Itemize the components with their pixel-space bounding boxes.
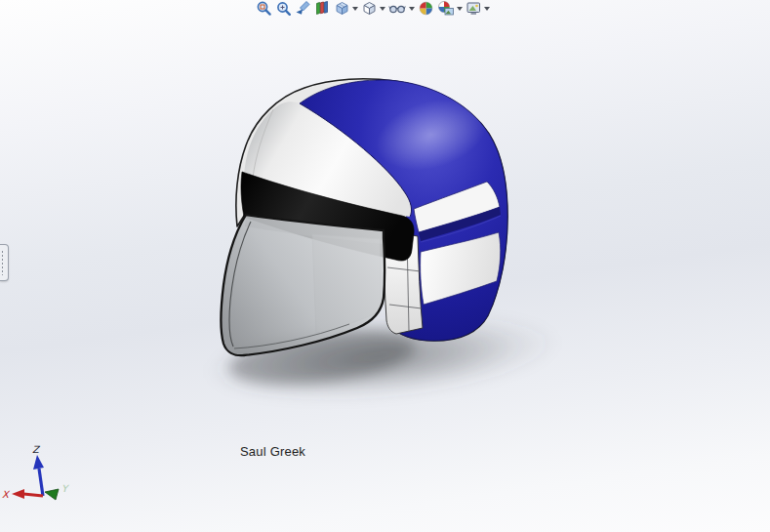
helmet-model[interactable]: [221, 79, 507, 355]
display-style-icon: [361, 0, 378, 17]
hide-show-items-dropdown-arrow[interactable]: [409, 7, 415, 11]
heads-up-view-toolbar: [256, 0, 490, 17]
zoom-to-area-button[interactable]: [275, 0, 292, 17]
zoom-to-area-icon: [275, 0, 292, 17]
edit-appearance-button[interactable]: [418, 0, 434, 17]
view-settings-icon: [466, 0, 482, 17]
triad-z-axis: [39, 469, 43, 496]
viewport-3d[interactable]: [0, 0, 770, 532]
apply-scene-icon: [437, 0, 455, 17]
zoom-to-fit-icon: [256, 0, 272, 17]
triad-x-axis: [23, 494, 43, 496]
view-settings-dropdown-arrow[interactable]: [484, 7, 490, 11]
collapsed-panel-tab[interactable]: [0, 244, 9, 281]
section-view-icon: [314, 0, 331, 17]
triad-z-arrowhead: [33, 455, 44, 470]
zoom-to-fit-button[interactable]: [256, 0, 272, 17]
model-annotation-text[interactable]: Saul Greek: [240, 444, 305, 459]
section-view-button[interactable]: [314, 0, 331, 17]
triad-x-label: X: [2, 489, 11, 500]
view-settings-button[interactable]: [466, 0, 490, 17]
view-orientation-icon: [334, 0, 350, 17]
view-orientation-button[interactable]: [334, 0, 358, 17]
previous-view-icon: [295, 0, 311, 17]
hide-show-items-icon: [388, 0, 407, 17]
triad-y-arrowhead: [45, 489, 59, 500]
edit-appearance-icon: [418, 0, 434, 17]
apply-scene-dropdown-arrow[interactable]: [457, 7, 463, 11]
apply-scene-button[interactable]: [437, 0, 463, 17]
grip-dots-icon: [1, 250, 5, 275]
triad-z-label: Z: [32, 444, 41, 455]
reference-triad: Z X Y: [0, 441, 78, 529]
triad-x-arrowhead: [12, 489, 24, 499]
view-orientation-dropdown-arrow[interactable]: [352, 7, 358, 11]
display-style-dropdown-arrow[interactable]: [380, 7, 385, 11]
hide-show-items-button[interactable]: [388, 0, 415, 17]
previous-view-button[interactable]: [295, 0, 311, 17]
triad-y-label: Y: [61, 483, 69, 494]
display-style-button[interactable]: [361, 0, 385, 17]
